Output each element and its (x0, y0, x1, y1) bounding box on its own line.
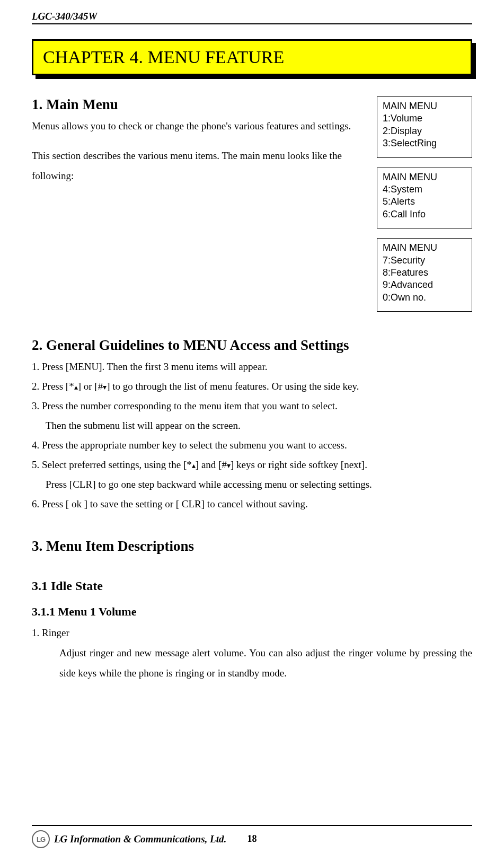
header-rule (32, 23, 472, 24)
menu-box-line: 8:Features (383, 267, 466, 279)
header-model: LGC-340/345W (32, 11, 472, 22)
step-4: 4. Press the appropriate number key to s… (32, 435, 472, 455)
step-3: 3. Press the number corresponding to the… (32, 396, 472, 416)
section-3-heading: 3. Menu Item Descriptions (32, 538, 472, 555)
step-2-text-c: ] to go through the list of menu feature… (107, 381, 359, 392)
menu-box-line: 5:Alerts (383, 196, 466, 208)
section-2-steps: 1. Press [MENU]. Then the first 3 menu i… (32, 357, 472, 514)
step-2: 2. Press [*] or [#] to go through the li… (32, 376, 472, 396)
footer-company: LG Information & Communications, Ltd. (54, 833, 226, 845)
footer-rule (32, 825, 472, 826)
arrow-up-icon (192, 459, 196, 470)
chapter-title: CHAPTER 4. MENU FEATURE (32, 39, 472, 75)
page-footer: LG LG Information & Communications, Ltd.… (32, 825, 472, 848)
step-6: 6. Press [ ok ] to save the setting or [… (32, 494, 472, 514)
step-5-text-c: ] keys or right side softkey [next]. (231, 459, 367, 470)
step-2-text-b: ] or [# (78, 381, 103, 392)
main-menu-box-2: MAIN MENU 4:System 5:Alerts 6:Call Info (377, 168, 472, 229)
step-5-text-b: ] and [# (196, 459, 227, 470)
step-5: 5. Select preferred settings, using the … (32, 455, 472, 474)
menu-box-title: MAIN MENU (383, 242, 466, 254)
main-menu-box-3: MAIN MENU 7:Security 8:Features 9:Advanc… (377, 238, 472, 312)
ringer-label: 1. Ringer (32, 623, 472, 643)
arrow-down-icon (227, 459, 231, 470)
section-3-1-1-heading: 3.1.1 Menu 1 Volume (32, 605, 472, 619)
arrow-up-icon (74, 381, 78, 392)
section-2-heading: 2. General Guidelines to MENU Access and… (32, 337, 472, 354)
menu-box-line: 0:Own no. (383, 292, 466, 304)
lg-logo-icon: LG (32, 830, 50, 848)
menu-box-line: 7:Security (383, 254, 466, 267)
step-2-text-a: 2. Press [* (32, 381, 74, 392)
menu-box-line: 9:Advanced (383, 279, 466, 291)
menu-box-title: MAIN MENU (383, 171, 466, 183)
footer-row: LG LG Information & Communications, Ltd.… (32, 830, 472, 848)
menu-box-title: MAIN MENU (383, 100, 466, 112)
section-3-1-heading: 3.1 Idle State (32, 579, 472, 593)
step-3-sub: Then the submenu list will appear on the… (32, 416, 472, 435)
main-menu-preview-column: MAIN MENU 1:Volume 2:Display 3:SelectRin… (377, 96, 472, 321)
step-1: 1. Press [MENU]. Then the first 3 menu i… (32, 357, 472, 376)
ringer-body: Adjust ringer and new message alert volu… (32, 643, 472, 683)
menu-box-line: 1:Volume (383, 112, 466, 125)
main-menu-box-1: MAIN MENU 1:Volume 2:Display 3:SelectRin… (377, 96, 472, 158)
chapter-title-box: CHAPTER 4. MENU FEATURE (32, 39, 472, 75)
step-5-sub: Press [CLR] to go one step backward whil… (32, 474, 472, 494)
menu-box-line: 6:Call Info (383, 208, 466, 221)
step-5-text-a: 5. Select preferred settings, using the … (32, 459, 192, 470)
menu-box-line: 3:SelectRing (383, 137, 466, 149)
menu-box-line: 2:Display (383, 125, 466, 137)
menu-box-line: 4:System (383, 183, 466, 196)
page-number: 18 (247, 833, 257, 845)
